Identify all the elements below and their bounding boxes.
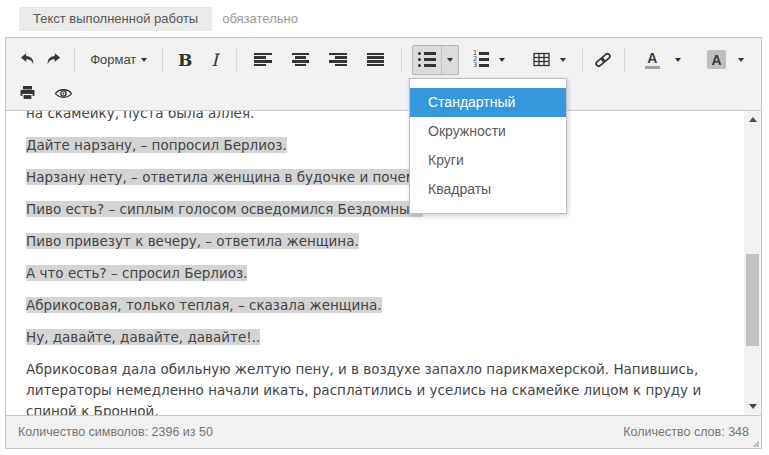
numbered-list-dropdown-arrow[interactable] [494, 46, 510, 74]
numbered-list-icon: 1 2 3 [471, 52, 489, 67]
table-icon [533, 52, 550, 67]
selected-text: Пиво есть? – сиплым голосом осведомился … [26, 201, 423, 217]
rich-text-editor: Формат B I [5, 37, 762, 449]
text-color-button[interactable]: A [636, 46, 668, 74]
format-label: Формат [90, 52, 136, 67]
selected-text: Ну, давайте, давайте, давайте!.. [26, 329, 260, 345]
editor-status-bar: Количество символов: 2396 из 50 Количест… [6, 415, 761, 448]
insert-table-button[interactable] [528, 46, 555, 74]
preview-button[interactable] [49, 79, 78, 107]
numbered-list-button[interactable]: 1 2 3 [466, 46, 494, 74]
selected-text: Дайте нарзану, – попросил Берлиоз. [26, 137, 287, 153]
toolbar-separator [74, 47, 75, 72]
text-line: Пиво привезут к вечеру, – ответила женщи… [26, 231, 726, 252]
table-dropdown-arrow[interactable] [555, 46, 571, 74]
numbered-list-split-button: 1 2 3 [465, 45, 511, 75]
char-count: Количество символов: 2396 из 50 [18, 425, 213, 439]
scroll-up-icon [749, 117, 757, 122]
toolbar-row-1: Формат B I [14, 41, 753, 78]
bulleted-list-dropdown-arrow[interactable] [441, 46, 458, 74]
bulleted-list-split-button [412, 45, 459, 75]
align-justify-button[interactable] [362, 46, 389, 74]
chevron-down-icon [447, 58, 453, 62]
print-button[interactable] [14, 79, 41, 107]
align-left-icon [254, 53, 271, 67]
menu-item-squares[interactable]: Квадраты [410, 175, 566, 204]
tab-bar: Текст выполненной работы обязательно [19, 7, 308, 31]
text-line: на скамейку, пуста была аллея. [26, 111, 726, 124]
bold-button[interactable]: B [170, 46, 199, 74]
align-justify-icon [367, 53, 384, 67]
undo-icon [19, 52, 36, 67]
redo-icon [45, 52, 62, 67]
scroll-down-button[interactable] [744, 399, 761, 414]
editable-text[interactable]: на скамейку, пуста была аллея. Дайте нар… [6, 111, 744, 415]
scrollbar-thumb[interactable] [746, 254, 759, 346]
chevron-down-icon [499, 58, 505, 62]
menu-item-disks[interactable]: Круги [410, 146, 566, 175]
align-right-icon [329, 53, 346, 67]
table-split-button [527, 45, 572, 75]
text-line: Абрикосовая, только теплая, – сказала же… [26, 295, 726, 316]
text-color-split-button: A [635, 45, 687, 75]
editor-toolbar: Формат B I [6, 38, 761, 111]
format-dropdown[interactable]: Формат [82, 46, 156, 74]
bg-color-icon: A [707, 50, 726, 69]
resize-grip-icon[interactable] [750, 437, 760, 447]
toolbar-separator [162, 47, 163, 72]
bulleted-list-icon [418, 52, 436, 67]
text-line: А что есть? – спросил Берлиоз. [26, 263, 726, 284]
chevron-down-icon [141, 58, 147, 62]
menu-item-standard[interactable]: Стандартный [410, 88, 566, 117]
link-button[interactable] [590, 46, 617, 74]
toolbar-separator [236, 47, 237, 72]
editor-content-area: на скамейку, пуста была аллея. Дайте нар… [6, 111, 761, 415]
align-right-button[interactable] [324, 46, 351, 74]
text-color-dropdown-arrow[interactable] [668, 46, 686, 74]
align-center-icon [292, 53, 309, 67]
align-left-button[interactable] [249, 46, 276, 74]
scroll-up-button[interactable] [744, 112, 761, 127]
tab-completed-work-text[interactable]: Текст выполненной работы [19, 7, 212, 31]
bg-color-dropdown-arrow[interactable] [731, 46, 749, 74]
toolbar-separator [582, 47, 583, 72]
text-color-icon: A [641, 51, 663, 69]
bulleted-list-button[interactable] [413, 46, 441, 74]
printer-icon [19, 85, 36, 101]
chevron-down-icon [560, 58, 566, 62]
link-icon [594, 52, 612, 68]
selected-text: А что есть? – спросил Берлиоз. [26, 265, 247, 281]
toolbar-separator [624, 47, 625, 72]
word-count: Количество слов: 348 [623, 425, 749, 439]
toolbar-separator [401, 47, 402, 72]
selected-text: Пиво привезут к вечеру, – ответила женщи… [26, 233, 359, 249]
align-center-button[interactable] [287, 46, 314, 74]
text-line: Дайте нарзану, – попросил Берлиоз. [26, 135, 726, 156]
chevron-down-icon [675, 58, 681, 62]
undo-button[interactable] [14, 46, 41, 74]
bg-color-button[interactable]: A [702, 46, 731, 74]
bulleted-list-style-menu: Стандартный Окружности Круги Квадраты [409, 78, 567, 214]
italic-button[interactable]: I [200, 46, 229, 74]
text-line: Ну, давайте, давайте, давайте!.. [26, 327, 726, 348]
toolbar-row-2 [14, 78, 753, 108]
text-line: Пиво есть? – сиплым голосом осведомился … [26, 199, 726, 220]
scroll-down-icon [749, 404, 757, 409]
text-line: Нарзану нету, – ответила женщина в будоч… [26, 167, 726, 188]
bg-color-split-button: A [701, 45, 750, 75]
redo-button[interactable] [41, 46, 68, 74]
vertical-scrollbar[interactable] [744, 111, 761, 415]
eye-icon [54, 87, 73, 100]
menu-item-circles[interactable]: Окружности [410, 117, 566, 146]
chevron-down-icon [738, 58, 744, 62]
text-paragraph: Абрикосовая дала обильную желтую пену, и… [26, 359, 726, 415]
selected-text: Абрикосовая, только теплая, – сказала же… [26, 297, 382, 313]
required-label: обязательно [212, 7, 308, 31]
